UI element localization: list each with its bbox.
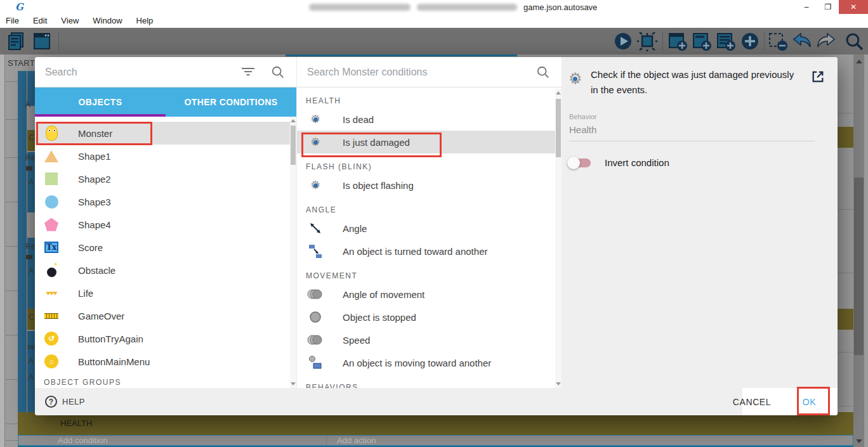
redo-icon[interactable]: [816, 31, 836, 51]
condition-is-just-damaged[interactable]: ⚙ Is just damaged: [297, 131, 562, 153]
condition-angle-of-movement[interactable]: Angle of movement: [297, 283, 562, 306]
sheet-scrollbar[interactable]: [853, 55, 864, 447]
list-item-buttontryagain[interactable]: ↺ ButtonTryAgain: [35, 327, 296, 350]
gdevelop-logo-icon: G: [15, 1, 23, 13]
menu-view[interactable]: View: [61, 16, 79, 25]
condition-is-dead[interactable]: ⚙ Is dead: [297, 108, 562, 131]
condition-object-is-stopped[interactable]: Object is stopped: [297, 306, 562, 328]
section-header-movement: MOVEMENT: [297, 262, 562, 283]
sheet-left-edge: [0, 55, 5, 447]
close-button[interactable]: ✕: [839, 0, 868, 14]
gameover-text-icon: [44, 308, 59, 324]
restore-button[interactable]: ❐: [817, 0, 839, 14]
circles-motion-icon: [307, 332, 324, 348]
event-text-fragment: Re: [25, 153, 35, 162]
list-item-shape3[interactable]: Shape3: [35, 190, 296, 213]
tab-objects[interactable]: OBJECTS: [35, 87, 166, 117]
list-item-gameover[interactable]: GameOver: [35, 304, 296, 327]
scroll-down-arrow[interactable]: [856, 439, 862, 443]
event-text-fragment: se: [27, 342, 36, 351]
add-condition-button[interactable]: Add condition: [18, 436, 326, 445]
list-item-life[interactable]: ♥♥♥ Life: [35, 282, 296, 304]
invert-condition-label: Invert condition: [605, 157, 669, 168]
debug-icon[interactable]: [637, 31, 657, 51]
menu-edit[interactable]: Edit: [33, 16, 47, 25]
condition-speed[interactable]: Speed: [297, 328, 562, 351]
tab-other-conditions[interactable]: OTHER CONDITIONS: [166, 87, 296, 117]
list-item-shape4[interactable]: Shape4: [35, 213, 296, 236]
search-icon[interactable]: [536, 65, 550, 79]
project-manager-icon[interactable]: [6, 31, 27, 51]
main-toolbar: [0, 28, 868, 55]
remove-icon[interactable]: [768, 31, 788, 51]
toolbar-separator: [58, 32, 59, 51]
event-text-fragment: C: [29, 133, 34, 142]
scroll-up-arrow[interactable]: [556, 91, 561, 94]
window-controls: – ❐ ✕: [796, 0, 868, 14]
add-external-events-icon[interactable]: [692, 31, 712, 51]
play-icon[interactable]: [613, 31, 633, 51]
scroll-up-arrow[interactable]: [291, 119, 296, 122]
search-icon[interactable]: [844, 31, 864, 51]
search-icon[interactable]: [271, 65, 285, 79]
circle-icon: [44, 193, 59, 210]
row-separator: [838, 406, 853, 406]
ok-button[interactable]: OK: [795, 388, 824, 415]
section-header-angle: ANGLE: [297, 197, 562, 217]
list-item-buttonmainmenu[interactable]: ⌂ ButtonMainMenu: [35, 350, 296, 373]
condition-is-object-flashing[interactable]: ⚙ Is object flashing: [297, 174, 562, 197]
health-comment-label: HEALTH: [60, 418, 92, 428]
object-search-input[interactable]: [35, 67, 242, 78]
scroll-down-arrow[interactable]: [291, 382, 296, 385]
condition-angle[interactable]: Angle: [297, 217, 562, 240]
panel-tabs: OBJECTS OTHER CONDITIONS: [35, 87, 296, 117]
undo-icon[interactable]: [792, 31, 812, 51]
open-in-new-icon[interactable]: [811, 70, 825, 84]
list-item-monster[interactable]: Monster: [35, 122, 296, 145]
object-search-row: [35, 57, 296, 87]
help-button[interactable]: ? HELP: [45, 396, 85, 408]
comment-fragment: [838, 127, 853, 148]
condition-search-input[interactable]: [297, 67, 536, 78]
behavior-field-value[interactable]: Health: [569, 124, 596, 135]
menu-file[interactable]: File: [6, 16, 19, 25]
list-item-obstacle[interactable]: Obstacle: [35, 259, 296, 282]
circles-motion-icon: [307, 286, 324, 302]
minimize-button[interactable]: –: [796, 0, 817, 14]
event-icon-fragment: [26, 166, 32, 171]
tree-line: [6, 202, 18, 202]
list-item-shape2[interactable]: Shape2: [35, 167, 296, 190]
moving-toward-icon: [307, 354, 324, 371]
scroll-down-arrow[interactable]: [556, 382, 561, 385]
event-text-fragment: A: [29, 178, 34, 186]
list-item-shape1[interactable]: Shape1: [35, 145, 296, 167]
add-object-icon[interactable]: [740, 31, 760, 51]
cancel-button[interactable]: CANCEL: [727, 388, 777, 415]
row-separator: [838, 209, 853, 210]
scroll-up-arrow[interactable]: [856, 60, 862, 63]
gear-icon: ⚙: [569, 71, 582, 86]
scene-editor-icon[interactable]: [32, 31, 52, 51]
tree-line: [6, 424, 18, 424]
add-action-button[interactable]: Add action: [326, 436, 376, 445]
add-external-layout-icon[interactable]: [716, 31, 736, 51]
list-item-score[interactable]: Tx Score: [35, 236, 296, 259]
monster-icon: [44, 125, 59, 141]
scene-tab-label[interactable]: START: [8, 58, 35, 68]
scroll-thumb[interactable]: [556, 99, 561, 157]
scroll-thumb[interactable]: [854, 178, 864, 355]
condition-list-scrollbar[interactable]: [555, 89, 562, 388]
health-comment-bar[interactable]: [18, 412, 853, 435]
condition-moving-toward[interactable]: An object is moving toward another: [297, 351, 562, 374]
scroll-thumb[interactable]: [291, 126, 296, 165]
menu-help[interactable]: Help: [136, 16, 154, 25]
title-bar: G game.json.autosave: [0, 0, 868, 14]
condition-turned-toward[interactable]: An object is turned toward another: [297, 240, 562, 262]
object-list-scrollbar[interactable]: [290, 117, 296, 388]
filter-icon[interactable]: [242, 68, 254, 77]
invert-condition-toggle[interactable]: [569, 159, 591, 167]
tree-line: [6, 335, 18, 335]
menu-window[interactable]: Window: [93, 16, 122, 25]
object-list: Monster Shape1 Shape2 Shape3 Shape4 Tx S…: [35, 117, 296, 388]
add-scene-icon[interactable]: [667, 31, 688, 51]
